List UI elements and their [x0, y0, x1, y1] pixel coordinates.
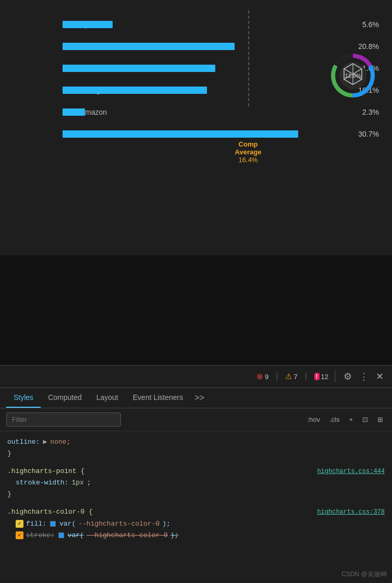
error-icon: ⊗: [256, 372, 263, 381]
bar-track: 5.6%: [63, 21, 340, 28]
bar-fill: [63, 108, 85, 116]
css-property: outline:: [7, 436, 40, 448]
css-semicolon: ;: [87, 477, 91, 489]
css-fill-line: ✓ fill: var(--highcharts-color-0);: [7, 518, 385, 530]
stroke-checkbox[interactable]: ✓: [16, 531, 23, 539]
bar-row: Amazon2.3%: [63, 108, 340, 116]
css-value: var(: [68, 530, 84, 541]
warning-count: ⚠ 7: [285, 372, 297, 381]
watermark: CSDN @吴迪98: [341, 570, 387, 579]
css-property: stroke-width:: [16, 477, 68, 489]
toolbar-divider: [335, 371, 335, 382]
bar-fill: [63, 21, 113, 28]
add-style-button[interactable]: +: [346, 414, 356, 425]
bar-track: 11.0%: [63, 65, 340, 72]
bar-track: 16.1%: [63, 87, 340, 94]
css-code-area: outline: ▶ none; } .highcharts-point { h…: [0, 431, 392, 553]
bar-fill: [63, 65, 215, 72]
error-count: ⊗ 9: [256, 372, 268, 381]
tab-styles[interactable]: Styles: [6, 388, 41, 408]
settings-icon[interactable]: ⚙: [341, 370, 354, 383]
bar-value: 20.8%: [345, 42, 379, 51]
css-var-name: --highcharts-color-0: [87, 530, 168, 541]
css-source-link[interactable]: highcharts.css:444: [317, 466, 385, 477]
css-selector-line: .highcharts-color-0 { highcharts.css:378: [7, 506, 385, 518]
filter-buttons: :hov .cls + ⊡ ⊞: [304, 414, 386, 425]
close-brace: }: [7, 489, 11, 500]
css-property: stroke:: [26, 530, 55, 541]
css-value: var(: [59, 518, 76, 530]
stroke-color-swatch[interactable]: [58, 532, 64, 538]
close-brace: }: [7, 448, 11, 459]
css-arrow: ▶: [43, 436, 47, 448]
warning-icon: ⚠: [285, 372, 292, 381]
css-line: outline: ▶ none;: [7, 436, 385, 448]
css-selector: .highcharts-color-0 {: [7, 506, 93, 518]
copy-button[interactable]: ⊡: [360, 414, 371, 425]
css-value: 1px: [71, 477, 83, 489]
info-icon: !: [314, 373, 320, 380]
css-paren: );: [162, 518, 170, 530]
bar-value: 5.6%: [345, 20, 379, 29]
css-line: stroke-width: 1px ;: [7, 477, 385, 489]
hov-button[interactable]: :hov: [304, 414, 323, 425]
devtools-tabs: Styles Computed Layout Event Listeners >…: [0, 388, 392, 408]
css-line: }: [7, 489, 385, 500]
bar-row: Combined11.0%: [63, 65, 340, 72]
bar-row: Walmart20.8%: [63, 43, 340, 50]
css-value: none;: [50, 436, 70, 448]
bar-row: Alphabet5.6%: [63, 21, 340, 28]
more-icon[interactable]: ⋮: [357, 370, 371, 383]
tab-layout[interactable]: Layout: [89, 388, 126, 408]
tab-computed[interactable]: Computed: [41, 388, 89, 408]
cls-button[interactable]: .cls: [327, 414, 342, 425]
filter-input[interactable]: [6, 412, 121, 427]
css-source-link[interactable]: highcharts.css:378: [317, 507, 385, 517]
bar-value: 30.7%: [345, 130, 379, 138]
donut-center-label: 11.0%: [345, 72, 361, 79]
filter-bar: :hov .cls + ⊡ ⊞: [0, 408, 392, 431]
close-icon[interactable]: ✕: [374, 370, 386, 383]
css-paren: );: [170, 530, 179, 541]
css-selector: .highcharts-point {: [7, 466, 84, 477]
highcharts-color-block: .highcharts-color-0 { highcharts.css:378…: [7, 506, 385, 541]
bar-fill: [63, 130, 298, 138]
bar-track: 30.7%: [63, 130, 340, 138]
outline-css-block: outline: ▶ none; }: [7, 436, 385, 459]
bar-fill: [63, 43, 235, 50]
devtools-panel: ⊗ 9 | ⚠ 7 | ! 12 ⚙ ⋮ ✕ Styles Computed L…: [0, 365, 392, 583]
donut-logo: 11.0%: [329, 52, 376, 99]
fill-checkbox[interactable]: ✓: [16, 520, 23, 528]
bar-chart: Alphabet5.6%Walmart20.8%Combined11.0%Kro…: [10, 10, 382, 138]
toggle-sidebar-button[interactable]: ⊞: [375, 414, 386, 425]
fill-color-swatch[interactable]: [50, 521, 56, 527]
bar-track: 2.3%: [63, 108, 340, 116]
bar-row: IBM30.7%: [63, 130, 340, 138]
tab-more[interactable]: >>: [190, 388, 209, 408]
empty-spacer: [0, 256, 392, 365]
css-stroke-line: ✓ stroke: var(--highcharts-color-0);: [7, 530, 385, 541]
bar-value: 2.3%: [345, 108, 379, 116]
css-var-name: --highcharts-color-0: [78, 518, 160, 530]
bar-track: 20.8%: [63, 43, 340, 50]
css-line: }: [7, 448, 385, 459]
bar-fill: [63, 87, 207, 94]
highcharts-point-block: .highcharts-point { highcharts.css:444 s…: [7, 466, 385, 500]
bar-row: Kroger16.1%: [63, 87, 340, 94]
css-property: fill:: [26, 518, 46, 530]
chart-area: Alphabet5.6%Walmart20.8%Combined11.0%Kro…: [0, 0, 392, 256]
tab-event-listeners[interactable]: Event Listeners: [126, 388, 191, 408]
info-count: ! 12: [314, 373, 328, 381]
css-selector-line: .highcharts-point { highcharts.css:444: [7, 466, 385, 477]
devtools-toolbar: ⊗ 9 | ⚠ 7 | ! 12 ⚙ ⋮ ✕: [0, 366, 392, 388]
